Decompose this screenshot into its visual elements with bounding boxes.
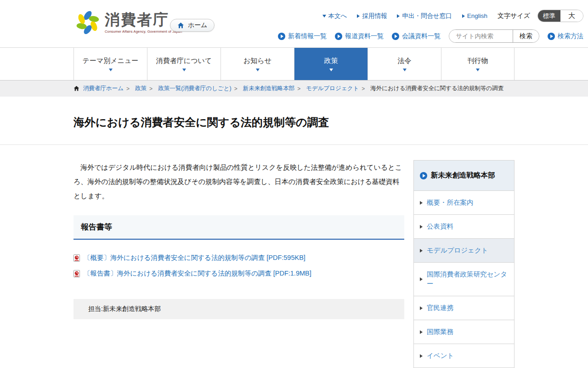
inquiry-label: 申出・問合せ窓口	[402, 12, 452, 20]
reports-heading: 報告書等	[81, 222, 397, 232]
nav-label: お知らせ	[243, 57, 271, 65]
contact-box: 担当:新未来創造戦略本部	[74, 299, 404, 319]
nav-label: 刊行物	[468, 57, 488, 65]
english-label: English	[467, 12, 487, 19]
play-circle-icon	[335, 33, 342, 40]
nav-policy[interactable]: 政策	[294, 48, 368, 80]
arrow-right-icon	[420, 277, 423, 281]
search-button[interactable]: 検索	[513, 30, 539, 42]
news-list-label: 新着情報一覧	[288, 32, 327, 40]
sidebar-item-publications[interactable]: 公表資料	[414, 215, 514, 239]
sidebar: 新未来創造戦略本部 概要・所在案内 公表資料 モデルプロジェクト 国際消費者政策…	[413, 160, 514, 368]
font-size-large-button[interactable]: 大	[560, 10, 583, 22]
sidebar-item-model-project[interactable]: モデルプロジェクト	[414, 239, 514, 263]
recruit-link[interactable]: 採用情報	[357, 12, 387, 20]
chevron-down-icon	[182, 69, 186, 71]
sidebar-item-label: モデルプロジェクト	[427, 246, 488, 255]
agency-tagline: Consumer Affairs Agency, Government of J…	[105, 29, 182, 34]
nav-notice[interactable]: お知らせ	[220, 48, 294, 80]
sidebar-item-overview[interactable]: 概要・所在案内	[414, 191, 514, 215]
chevron-down-icon	[476, 69, 480, 71]
play-circle-icon	[278, 33, 285, 40]
play-circle-icon	[392, 33, 399, 40]
site-header: 消費者庁 Consumer Affairs Agency, Government…	[0, 0, 588, 47]
pdf-report-link[interactable]: 〔報告書〕海外における消費者安全に関する法的規制等の調査 [PDF:1.9MB]	[84, 269, 311, 278]
breadcrumb-strategy-hq[interactable]: 新未来創造戦略本部	[243, 85, 295, 92]
chevron-right-icon	[357, 14, 360, 18]
nav-about[interactable]: 消費者庁について	[147, 48, 220, 80]
inquiry-link[interactable]: 申出・問合せ窓口	[397, 12, 452, 20]
utility-links-row: 本文へ 採用情報 申出・問合せ窓口 English 文字サイズ 標準 大	[322, 10, 583, 22]
meeting-list-link[interactable]: 会議資料一覧	[392, 32, 441, 40]
arrow-right-icon	[420, 249, 423, 253]
chevron-down-icon	[322, 15, 326, 17]
chevron-down-icon	[109, 69, 113, 71]
font-size-standard-button[interactable]: 標準	[538, 10, 560, 22]
search-input[interactable]	[449, 30, 513, 42]
sidebar-item-label: 国際消費者政策研究センター	[427, 270, 511, 289]
search-help-link[interactable]: 検索方法	[548, 32, 583, 40]
sidebar-item-label: 概要・所在案内	[427, 198, 474, 207]
chevron-down-icon	[256, 69, 260, 71]
home-icon	[74, 86, 79, 92]
sidebar-item-label: 官民連携	[427, 303, 453, 313]
arrow-right-icon	[420, 225, 423, 229]
nav-label: 消費者庁について	[156, 57, 212, 65]
home-button[interactable]: ホーム	[170, 19, 215, 32]
font-size-label: 文字サイズ	[498, 12, 530, 20]
sidebar-item-public-private[interactable]: 官民連携	[414, 296, 514, 320]
sidebar-item-events[interactable]: イベント	[414, 344, 514, 368]
press-list-label: 報道資料一覧	[345, 32, 384, 40]
search-help-label: 検索方法	[558, 32, 583, 40]
home-icon	[177, 22, 184, 29]
site-search: 検索	[449, 29, 539, 43]
chevron-right-icon	[397, 14, 400, 18]
sidebar-heading: 新未来創造戦略本部	[431, 171, 495, 180]
breadcrumb-policy[interactable]: 政策	[135, 85, 147, 92]
arrow-right-icon	[420, 354, 423, 358]
breadcrumb-policy-list[interactable]: 政策一覧(消費者庁のしごと)	[158, 85, 232, 92]
chevron-down-icon	[329, 69, 333, 71]
pdf-icon	[74, 270, 80, 277]
sidebar-item-label: 国際業務	[427, 327, 453, 337]
main-content: 海外ではデジタル時代における消費者向け製品の性質とリスクを反映した法整備が進めら…	[74, 160, 404, 319]
quick-links-row: 新着情報一覧 報道資料一覧 会議資料一覧 検索 検索方法	[278, 29, 583, 43]
breadcrumb-current: 海外における消費者安全に関する法的規制等の調査	[370, 85, 503, 92]
arrow-right-icon	[420, 201, 423, 205]
sidebar-item-international-affairs[interactable]: 国際業務	[414, 320, 514, 344]
meeting-list-label: 会議資料一覧	[402, 32, 441, 40]
breadcrumb-home[interactable]: 消費者庁ホーム	[83, 85, 124, 92]
pdf-link-list: 〔概要〕海外における消費者安全に関する法的規制等の調査 [PDF:595KB] …	[74, 253, 404, 278]
skip-to-content-link[interactable]: 本文へ	[322, 12, 347, 20]
sidebar-item-international-research-center[interactable]: 国際消費者政策研究センター	[414, 263, 514, 296]
sidebar-item-label: 公表資料	[427, 222, 453, 231]
pdf-icon	[74, 254, 80, 262]
press-list-link[interactable]: 報道資料一覧	[335, 32, 384, 40]
breadcrumb: 消費者庁ホーム 政策 政策一覧(消費者庁のしごと) 新未来創造戦略本部 モデルプ…	[0, 80, 588, 97]
pinwheel-logo-icon	[74, 9, 101, 36]
chevron-right-icon	[462, 14, 465, 18]
pdf-summary-link[interactable]: 〔概要〕海外における消費者安全に関する法的規制等の調査 [PDF:595KB]	[84, 253, 305, 262]
sidebar-item-label: イベント	[427, 351, 454, 361]
breadcrumb-model-project[interactable]: モデルプロジェクト	[306, 85, 359, 92]
nav-theme-menu[interactable]: テーマ別メニュー	[74, 48, 147, 80]
english-link[interactable]: English	[462, 12, 487, 19]
home-button-label: ホーム	[188, 21, 208, 29]
arrow-right-icon	[420, 306, 423, 310]
nav-label: 政策	[324, 57, 338, 65]
chevron-down-icon	[403, 69, 407, 71]
list-item: 〔概要〕海外における消費者安全に関する法的規制等の調査 [PDF:595KB]	[74, 253, 404, 262]
agency-logo[interactable]: 消費者庁 Consumer Affairs Agency, Government…	[74, 9, 182, 36]
list-item: 〔報告書〕海外における消費者安全に関する法的規制等の調査 [PDF:1.9MB]	[74, 269, 404, 278]
nav-laws[interactable]: 法令	[368, 48, 441, 80]
page-title-block: 海外における消費者安全に関する法的規制等の調査	[0, 97, 588, 145]
skip-to-content-label: 本文へ	[328, 12, 347, 20]
play-circle-icon	[420, 172, 427, 179]
page-title: 海外における消費者安全に関する法的規制等の調査	[74, 115, 514, 130]
sidebar-header[interactable]: 新未来創造戦略本部	[414, 161, 514, 191]
nav-label: 法令	[398, 57, 412, 65]
news-list-link[interactable]: 新着情報一覧	[278, 32, 327, 40]
intro-paragraph: 海外ではデジタル時代における消費者向け製品の性質とリスクを反映した法整備が進めら…	[74, 160, 404, 203]
nav-publications[interactable]: 刊行物	[441, 48, 514, 80]
contact-text: 担当:新未来創造戦略本部	[88, 305, 161, 312]
